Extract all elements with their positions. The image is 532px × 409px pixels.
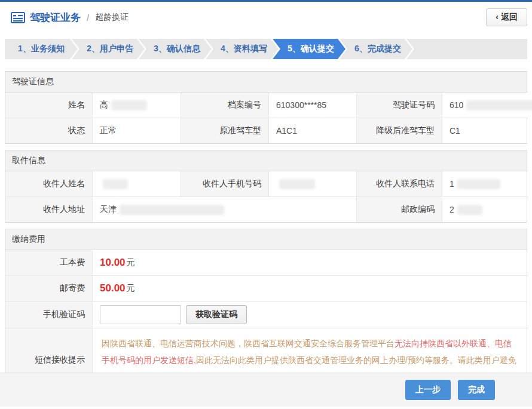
step-1-notice: 1、业务须知 <box>5 39 78 59</box>
step-5-label: 5、确认提交 <box>288 44 334 54</box>
pickup-info-section: 取件信息 收件人姓名 收件人手机号码 收件人联系电话 1 收件人地址 天津 邮政… <box>5 150 527 223</box>
breadcrumb-separator: / <box>87 13 89 23</box>
recipient-address-text: 天津 <box>100 204 117 215</box>
production-fee-unit: 元 <box>127 257 135 268</box>
step-wizard: 1、业务须知 2、用户申告 3、确认信息 4、资料填写 5、确认提交 6、完成提… <box>5 39 527 59</box>
license-number-redaction <box>466 100 532 110</box>
step-4-fill-data: 4、资料填写 <box>206 39 279 59</box>
sms-code-field-wrap: 获取验证码 <box>92 302 527 328</box>
fees-section: 缴纳费用 工本费 10.00 元 邮寄费 50.00 元 手机验证码 获取验证码… <box>5 229 527 392</box>
step-5-confirm-submit-active: 5、确认提交 <box>273 39 346 59</box>
recipient-mobile-value <box>268 171 356 196</box>
recipient-name-redaction <box>103 179 128 189</box>
license-number-text: 610 <box>450 100 463 110</box>
production-fee-amount: 10.00 <box>100 257 126 269</box>
pickup-row-1: 收件人姓名 收件人手机号码 收件人联系电话 1 <box>5 171 527 196</box>
notice-text-part1: 因陕西省联通、电信运营商技术问题，陕西省互联网交通安全综合服务管理平台 <box>102 339 395 348</box>
step-3-label: 3、确认信息 <box>154 44 200 54</box>
back-button-label: 返回 <box>501 12 518 21</box>
page-header: 驾驶证业务 / 超龄换证 ‹返回 <box>0 2 532 33</box>
pickup-section-title: 取件信息 <box>5 150 527 171</box>
sms-code-label: 手机验证码 <box>5 302 92 328</box>
license-row-1: 姓名 高 档案编号 610300****85 驾驶证号码 610 <box>5 93 527 118</box>
step-4-label: 4、资料填写 <box>221 44 267 54</box>
zip-code-label: 邮政编码 <box>356 197 442 222</box>
production-fee-value: 10.00 元 <box>92 250 527 275</box>
recipient-address-redaction <box>120 205 224 215</box>
page-title: 驾驶证业务 <box>30 11 81 24</box>
zip-code-value: 2 <box>442 197 527 222</box>
name-value: 高 <box>92 93 181 118</box>
back-button[interactable]: ‹返回 <box>486 8 527 26</box>
license-number-value: 610 <box>442 93 532 118</box>
original-class-label: 原准驾车型 <box>181 118 268 143</box>
get-sms-code-button[interactable]: 获取验证码 <box>186 305 247 324</box>
license-info-section: 驾驶证信息 姓名 高 档案编号 610300****85 驾驶证号码 610 状… <box>5 71 527 144</box>
production-fee-row: 工本费 10.00 元 <box>5 250 527 275</box>
status-value: 正常 <box>92 118 181 143</box>
zip-code-text: 2 <box>450 205 454 214</box>
file-number-value: 610300****85 <box>268 93 356 118</box>
recipient-phone-value: 1 <box>442 171 527 196</box>
finish-button[interactable]: 完成 <box>458 380 495 400</box>
license-row-2: 状态 正常 原准驾车型 A1C1 降级后准驾车型 C1 <box>5 118 527 143</box>
file-number-label: 档案编号 <box>181 93 268 118</box>
downgraded-class-label: 降级后准驾车型 <box>356 118 442 143</box>
previous-step-button[interactable]: 上一步 <box>405 380 451 400</box>
step-3-confirm-info: 3、确认信息 <box>139 39 212 59</box>
title-wrap: 驾驶证业务 / 超龄换证 <box>11 11 129 24</box>
sms-code-row: 手机验证码 获取验证码 <box>5 301 527 328</box>
chevron-left-icon: ‹ <box>496 12 499 21</box>
name-label: 姓名 <box>5 93 92 118</box>
step-1-label: 1、业务须知 <box>18 44 65 54</box>
step-6-label: 6、完成提交 <box>354 44 401 54</box>
postage-fee-amount: 50.00 <box>100 282 126 294</box>
postage-fee-unit: 元 <box>127 283 135 294</box>
recipient-phone-label: 收件人联系电话 <box>356 171 442 196</box>
postage-fee-row: 邮寄费 50.00 元 <box>5 275 527 301</box>
license-section-title: 驾驶证信息 <box>5 72 527 93</box>
recipient-mobile-redaction <box>279 179 315 189</box>
step-bar-filler <box>406 39 527 59</box>
license-card-icon <box>11 12 25 23</box>
step-2-label: 2、用户申告 <box>87 44 133 54</box>
recipient-phone-redaction <box>457 179 500 189</box>
license-number-label: 驾驶证号码 <box>356 93 442 118</box>
downgraded-class-value: C1 <box>442 118 527 143</box>
production-fee-label: 工本费 <box>5 250 92 275</box>
zip-code-redaction <box>457 205 482 215</box>
recipient-name-value <box>92 171 181 196</box>
postage-fee-label: 邮寄费 <box>5 276 92 301</box>
status-label: 状态 <box>5 118 92 143</box>
recipient-phone-text: 1 <box>450 179 454 189</box>
fees-section-title: 缴纳费用 <box>5 229 527 250</box>
name-value-text: 高 <box>100 100 108 110</box>
name-redaction <box>111 100 147 110</box>
step-6-finish-submit: 6、完成提交 <box>340 39 412 59</box>
recipient-address-label: 收件人地址 <box>5 197 92 222</box>
step-2-declaration: 2、用户申告 <box>72 39 145 59</box>
pickup-row-2: 收件人地址 天津 邮政编码 2 <box>5 196 527 222</box>
recipient-address-value: 天津 <box>92 197 356 222</box>
sms-code-input[interactable] <box>100 305 181 324</box>
footer-action-bar: 上一步 完成 <box>0 373 532 407</box>
original-class-value: A1C1 <box>268 118 356 143</box>
recipient-mobile-label: 收件人手机号码 <box>181 171 268 196</box>
recipient-name-label: 收件人姓名 <box>5 171 92 196</box>
postage-fee-value: 50.00 元 <box>92 276 527 301</box>
page-subtitle: 超龄换证 <box>95 12 129 23</box>
